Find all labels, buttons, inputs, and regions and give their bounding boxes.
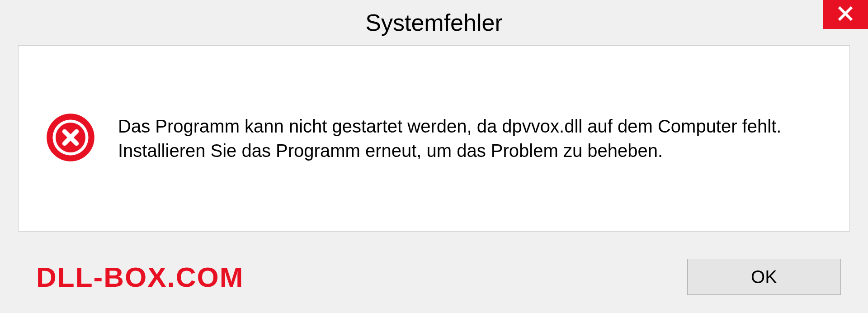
- watermark-text: DLL-BOX.COM: [36, 261, 244, 293]
- error-dialog: Systemfehler Das Programm kann nicht ges…: [0, 0, 868, 313]
- content-panel: Das Programm kann nicht gestartet werden…: [18, 45, 850, 232]
- close-button[interactable]: [823, 0, 868, 29]
- dialog-footer: DLL-BOX.COM OK: [0, 241, 868, 313]
- error-message: Das Programm kann nicht gestartet werden…: [118, 114, 813, 163]
- dialog-title: Systemfehler: [365, 9, 502, 36]
- error-icon: [46, 113, 95, 164]
- close-icon: [837, 5, 854, 24]
- titlebar: Systemfehler: [0, 0, 868, 45]
- ok-button[interactable]: OK: [687, 259, 841, 295]
